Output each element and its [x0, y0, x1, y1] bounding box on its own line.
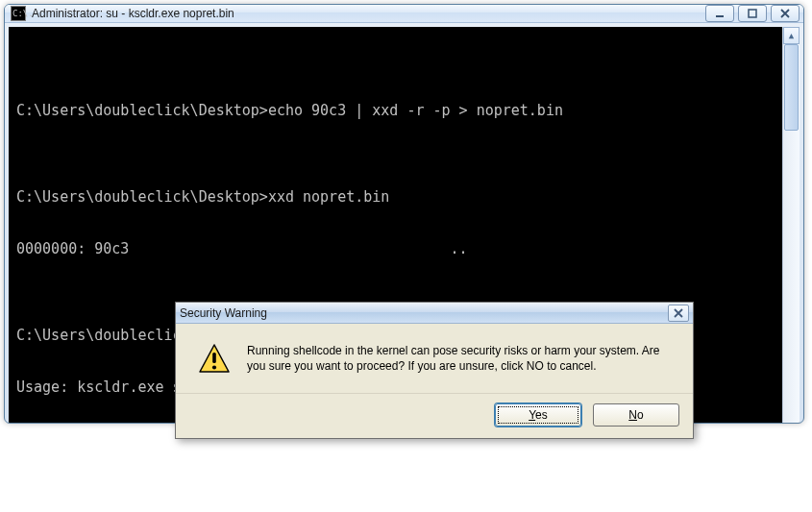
console-line: C:\Users\doubleclick\Desktop>echo 90c3 |…	[16, 102, 792, 119]
dialog-close-button[interactable]	[668, 305, 689, 322]
console-scrollbar[interactable]: ▲ ▼	[782, 27, 800, 424]
window-button-group	[705, 5, 800, 22]
dialog-button-row: Yes No	[176, 393, 693, 438]
close-icon	[673, 308, 684, 318]
yes-rest: es	[535, 408, 548, 422]
minimize-button[interactable]	[705, 5, 734, 22]
console-titlebar[interactable]: C:\. Administrator: su - kscldr.exe nopr…	[5, 5, 803, 23]
close-icon	[779, 9, 791, 18]
cmd-icon: C:\.	[11, 6, 26, 21]
maximize-button[interactable]	[738, 5, 767, 22]
console-line: C:\Users\doubleclick\Desktop>xxd nopret.…	[16, 188, 792, 206]
svg-rect-3	[212, 353, 216, 363]
svg-rect-0	[716, 15, 724, 17]
scroll-thumb[interactable]	[784, 44, 799, 131]
minimize-icon	[714, 9, 726, 18]
security-warning-dialog: Security Warning Running shellcode in th…	[175, 302, 694, 439]
warning-icon	[197, 343, 232, 376]
scroll-up-button[interactable]: ▲	[783, 27, 800, 44]
no-mnemonic: N	[628, 408, 637, 422]
console-line: 0000000: 90c3 ..	[16, 240, 792, 257]
svg-point-4	[212, 365, 216, 369]
yes-button[interactable]: Yes	[495, 403, 581, 427]
dialog-title: Security Warning	[180, 306, 662, 320]
svg-rect-1	[749, 10, 756, 17]
dialog-body: Running shellcode in the kernel can pose…	[176, 324, 693, 393]
no-rest: o	[637, 408, 644, 422]
console-title: Administrator: su - kscldr.exe nopret.bi…	[32, 7, 700, 20]
no-button[interactable]: No	[593, 403, 679, 427]
maximize-icon	[747, 9, 758, 18]
dialog-message: Running shellcode in the kernel can pose…	[247, 343, 672, 376]
close-button[interactable]	[771, 5, 800, 22]
scroll-track[interactable]	[783, 44, 800, 424]
dialog-titlebar[interactable]: Security Warning	[176, 303, 693, 324]
